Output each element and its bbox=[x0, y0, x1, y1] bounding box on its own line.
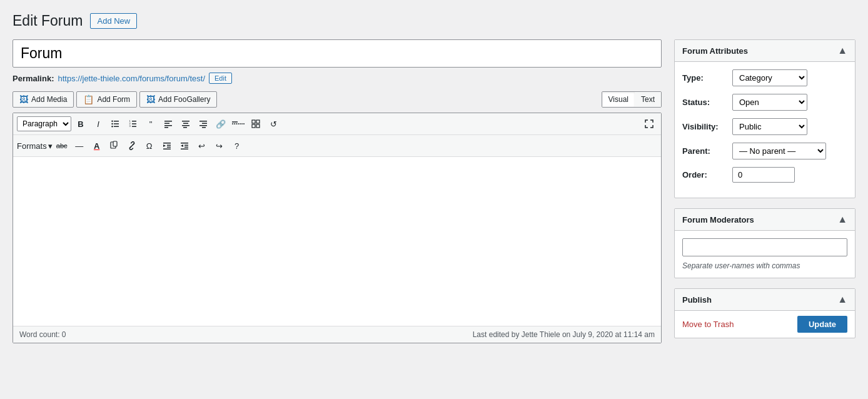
move-to-trash-link[interactable]: Move to Trash bbox=[682, 320, 734, 329]
editor-container: Paragraph B I 123 " bbox=[13, 113, 662, 343]
bold-button[interactable]: B bbox=[73, 116, 89, 132]
svg-rect-38 bbox=[181, 143, 188, 144]
moderators-hint: Separate user-names with commas bbox=[682, 261, 847, 270]
forum-attributes-panel: Forum Attributes ▲ Type: Category Forum … bbox=[674, 39, 855, 198]
forum-attributes-collapse-icon: ▲ bbox=[837, 45, 847, 56]
type-select[interactable]: Category Forum Link bbox=[732, 69, 807, 86]
publish-collapse-icon: ▲ bbox=[837, 294, 847, 305]
fullscreen-button[interactable] bbox=[641, 116, 657, 132]
help-button[interactable]: ? bbox=[229, 138, 245, 154]
page-title: Edit Forum bbox=[13, 13, 83, 29]
unordered-list-button[interactable] bbox=[108, 116, 124, 132]
type-row: Type: Category Forum Link bbox=[682, 69, 847, 86]
toolbar-row-2: Formats ▾ abc — A Ω bbox=[13, 135, 661, 157]
ordered-list-button[interactable]: 123 bbox=[125, 116, 141, 132]
svg-rect-16 bbox=[182, 121, 189, 122]
blockquote-button[interactable]: " bbox=[143, 116, 159, 132]
redo-button[interactable]: ↪ bbox=[211, 138, 228, 154]
status-select[interactable]: Open Closed bbox=[732, 94, 807, 111]
paragraph-select[interactable]: Paragraph bbox=[17, 116, 71, 131]
svg-rect-22 bbox=[199, 125, 207, 126]
svg-point-5 bbox=[111, 126, 113, 127]
svg-rect-26 bbox=[252, 120, 255, 123]
link-button[interactable]: 🔗 bbox=[213, 116, 229, 132]
svg-text:3: 3 bbox=[129, 124, 131, 128]
svg-rect-2 bbox=[114, 126, 119, 128]
svg-rect-29 bbox=[256, 124, 260, 128]
svg-marker-39 bbox=[181, 144, 183, 147]
order-label: Order: bbox=[682, 170, 732, 179]
add-new-button[interactable]: Add New bbox=[90, 13, 137, 29]
permalink-label: Permalink: bbox=[13, 74, 54, 83]
svg-rect-33 bbox=[163, 143, 171, 144]
visibility-row: Visibility: Public Private Hidden bbox=[682, 118, 847, 135]
add-form-button[interactable]: 📋 Add Form bbox=[76, 91, 137, 108]
svg-rect-14 bbox=[164, 125, 172, 126]
text-view-button[interactable]: Text bbox=[635, 92, 661, 107]
refresh-button[interactable]: ↺ bbox=[265, 116, 281, 132]
svg-rect-12 bbox=[164, 121, 172, 122]
svg-rect-18 bbox=[182, 125, 189, 126]
add-media-label: Add Media bbox=[31, 95, 67, 104]
svg-line-32 bbox=[129, 143, 134, 148]
visibility-select[interactable]: Public Private Hidden bbox=[732, 118, 807, 135]
parent-select[interactable]: — No parent — bbox=[732, 143, 826, 159]
hr-button[interactable]: — bbox=[71, 138, 88, 154]
svg-rect-37 bbox=[163, 149, 171, 150]
italic-button[interactable]: I bbox=[90, 116, 106, 132]
indent-button[interactable] bbox=[159, 138, 175, 154]
editor-body[interactable] bbox=[13, 157, 661, 326]
forum-title-input[interactable] bbox=[13, 39, 662, 68]
svg-point-4 bbox=[111, 123, 113, 124]
permalink-link[interactable]: https://jette-thiele.com/forums/forum/te… bbox=[58, 74, 205, 83]
svg-rect-1 bbox=[114, 123, 119, 124]
toolbar-row-1: Paragraph B I 123 " bbox=[13, 113, 661, 135]
special-char-button[interactable]: Ω bbox=[141, 138, 158, 154]
order-input[interactable] bbox=[732, 167, 795, 183]
formats-dropdown[interactable]: Formats ▾ bbox=[17, 141, 53, 151]
editor-footer: Word count: 0 Last edited by Jette Thiel… bbox=[13, 326, 661, 343]
svg-rect-21 bbox=[202, 123, 207, 124]
visibility-label: Visibility: bbox=[682, 122, 732, 131]
outdent-button[interactable] bbox=[176, 138, 193, 154]
publish-header[interactable]: Publish ▲ bbox=[675, 289, 855, 311]
add-media-icon: 🖼 bbox=[19, 94, 28, 104]
table-button[interactable] bbox=[248, 116, 264, 132]
svg-rect-17 bbox=[183, 123, 188, 124]
remove-link-button[interactable] bbox=[124, 138, 140, 154]
forum-attributes-title: Forum Attributes bbox=[682, 46, 748, 56]
add-media-button[interactable]: 🖼 Add Media bbox=[13, 91, 74, 108]
svg-rect-20 bbox=[199, 121, 207, 122]
paste-word-button[interactable] bbox=[106, 138, 123, 154]
align-center-button[interactable] bbox=[178, 116, 194, 132]
undo-button[interactable]: ↩ bbox=[194, 138, 210, 154]
align-left-button[interactable] bbox=[160, 116, 176, 132]
update-button[interactable]: Update bbox=[797, 316, 847, 333]
svg-rect-19 bbox=[183, 127, 187, 128]
forum-attributes-header[interactable]: Forum Attributes ▲ bbox=[675, 40, 855, 62]
visual-view-button[interactable]: Visual bbox=[602, 92, 635, 107]
insert-readmore-button[interactable] bbox=[230, 116, 246, 132]
align-right-button[interactable] bbox=[195, 116, 211, 132]
moderators-input[interactable] bbox=[682, 238, 847, 256]
add-form-icon: 📋 bbox=[83, 94, 94, 104]
forum-moderators-header[interactable]: Forum Moderators ▲ bbox=[675, 209, 855, 231]
svg-rect-36 bbox=[167, 147, 171, 148]
formats-chevron-icon: ▾ bbox=[48, 141, 53, 151]
forum-moderators-panel: Forum Moderators ▲ Separate user-names w… bbox=[674, 208, 855, 278]
publish-title: Publish bbox=[682, 295, 712, 305]
svg-marker-34 bbox=[163, 144, 166, 147]
svg-rect-42 bbox=[181, 149, 188, 150]
status-label: Status: bbox=[682, 98, 732, 107]
forum-attributes-body: Type: Category Forum Link Status: Open C… bbox=[675, 62, 855, 198]
publish-actions: Move to Trash Update bbox=[675, 311, 855, 338]
svg-rect-27 bbox=[256, 120, 260, 123]
text-color-button[interactable]: A bbox=[89, 138, 105, 154]
forum-moderators-collapse-icon: ▲ bbox=[837, 214, 847, 225]
add-foogallery-button[interactable]: 🖼 Add FooGallery bbox=[139, 91, 217, 108]
permalink-edit-button[interactable]: Edit bbox=[209, 73, 232, 84]
parent-row: Parent: — No parent — bbox=[682, 143, 847, 159]
strikethrough-button[interactable]: abc bbox=[54, 138, 70, 154]
forum-moderators-body: Separate user-names with commas bbox=[675, 231, 855, 278]
svg-rect-31 bbox=[113, 141, 117, 146]
